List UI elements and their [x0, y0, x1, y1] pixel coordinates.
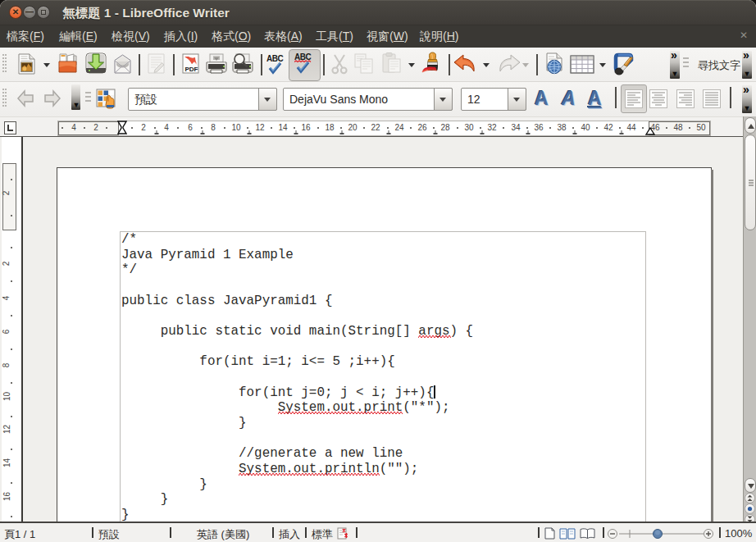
svg-text:ABC: ABC [266, 54, 283, 63]
svg-text:PDF: PDF [185, 66, 198, 73]
svg-text:ABC: ABC [294, 52, 311, 61]
